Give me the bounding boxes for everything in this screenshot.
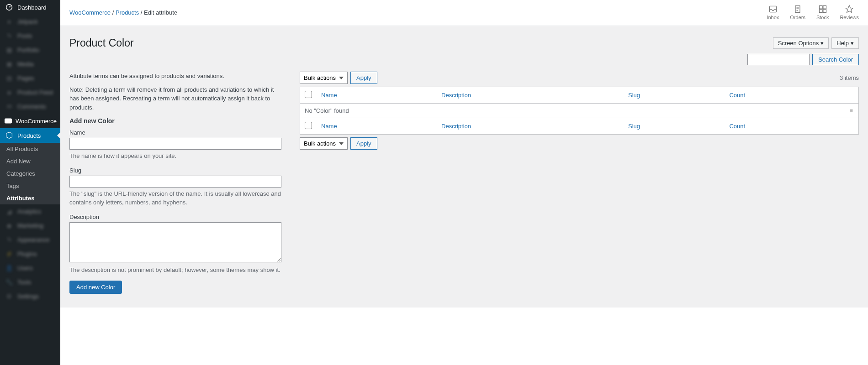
name-help: The name is how it appears on your site. (69, 151, 281, 161)
sidebar-item-blurred[interactable]: ✎Appearance (0, 233, 60, 247)
bulk-actions-select-bottom[interactable]: Bulk actions (300, 137, 348, 150)
sidebar-item-blurred[interactable]: ▤Pages (0, 71, 60, 85)
sidebar-item-blurred[interactable]: ▦Portfolio (0, 43, 60, 57)
col-description-foot[interactable]: Description (441, 123, 471, 130)
description-help: The description is not prominent by defa… (69, 266, 281, 275)
breadcrumb-woocommerce[interactable]: WooCommerce (69, 9, 111, 16)
search-button[interactable]: Search Color (812, 54, 859, 65)
woocommerce-icon (5, 117, 12, 125)
col-count[interactable]: Count (729, 92, 745, 99)
screen-options-button[interactable]: Screen Options ▾ (773, 37, 829, 49)
sidebar-item-blurred[interactable]: ⚙Settings (0, 289, 60, 303)
item-count: 3 items (840, 74, 859, 81)
sidebar-item-blurred[interactable]: 🔧Tools (0, 275, 60, 289)
submenu-all-products[interactable]: All Products (0, 143, 60, 155)
svg-rect-4 (823, 6, 826, 9)
breadcrumb-products[interactable]: Products (116, 9, 139, 16)
sidebar-item-dashboard[interactable]: Dashboard (0, 0, 60, 15)
intro-text-1: Attribute terms can be assigned to produ… (69, 72, 281, 81)
add-new-color-button[interactable]: Add new Color (69, 281, 122, 294)
slug-input[interactable] (69, 176, 281, 188)
svg-rect-3 (819, 6, 822, 9)
col-count-foot[interactable]: Count (729, 123, 745, 130)
terms-table: Name Description Slug Count No "Color" f… (300, 87, 859, 135)
sidebar-item-blurred[interactable]: ◆Marketing (0, 219, 60, 233)
stock-icon (818, 5, 827, 14)
submenu-categories[interactable]: Categories (0, 167, 60, 180)
breadcrumb: WooCommerce / Products / Edit attribute (69, 9, 177, 16)
submenu-attributes[interactable]: Attributes (0, 192, 60, 204)
top-stock[interactable]: Stock (816, 5, 829, 20)
svg-rect-5 (819, 10, 822, 13)
col-slug-foot[interactable]: Slug (628, 123, 640, 130)
col-name[interactable]: Name (321, 92, 337, 99)
sidebar-item-woocommerce[interactable]: WooCommerce (0, 114, 60, 128)
reviews-icon (845, 5, 854, 14)
sidebar-item-blurred[interactable]: ✉Comments (0, 99, 60, 114)
sidebar-item-blurred[interactable]: ✎Posts (0, 29, 60, 43)
svg-rect-6 (823, 10, 826, 13)
select-all-top[interactable] (305, 91, 312, 98)
chevron-down-icon: ▾ (820, 40, 824, 47)
chevron-down-icon: ▾ (851, 40, 854, 47)
col-slug[interactable]: Slug (628, 92, 640, 99)
slug-label: Slug (69, 167, 281, 174)
sidebar-label-dashboard: Dashboard (17, 4, 47, 11)
description-label: Description (69, 214, 281, 220)
sidebar-label-products: Products (17, 132, 41, 139)
sidebar-item-blurred[interactable]: ▣Media (0, 57, 60, 71)
sidebar-item-blurred[interactable]: ⚡Plugins (0, 247, 60, 261)
top-inbox[interactable]: Inbox (767, 5, 779, 20)
orders-icon (793, 5, 802, 14)
sidebar-item-blurred[interactable]: ◢Analytics (0, 204, 60, 219)
submenu-tags[interactable]: Tags (0, 180, 60, 192)
form-heading: Add new Color (69, 117, 281, 125)
submenu-add-new[interactable]: Add New (0, 155, 60, 167)
sidebar-item-blurred[interactable]: ◈Product Feed (0, 85, 60, 99)
sidebar-item-blurred[interactable]: 👤Users (0, 261, 60, 275)
products-icon (5, 132, 14, 139)
inbox-icon (768, 5, 778, 14)
reorder-icon: ≡ (850, 107, 853, 114)
sidebar-item-blurred[interactable]: ●Jetpack (0, 15, 60, 29)
bulk-actions-select-top[interactable]: Bulk actions (300, 72, 348, 84)
page-title: Product Color (69, 37, 134, 49)
apply-button-top[interactable]: Apply (350, 72, 377, 84)
svg-rect-1 (5, 118, 12, 123)
name-label: Name (69, 129, 281, 136)
sidebar-label-woocommerce: WooCommerce (16, 118, 57, 125)
slug-help: The "slug" is the URL-friendly version o… (69, 189, 281, 207)
no-items-row: No "Color" found (300, 104, 845, 118)
svg-rect-2 (769, 6, 776, 12)
apply-button-bottom[interactable]: Apply (350, 137, 377, 150)
select-all-bottom[interactable] (305, 122, 312, 129)
sidebar-item-products[interactable]: Products (0, 128, 60, 143)
dashboard-icon (5, 4, 14, 11)
help-button[interactable]: Help ▾ (831, 37, 859, 49)
col-name-foot[interactable]: Name (321, 123, 337, 130)
intro-text-2: Note: Deleting a term will remove it fro… (69, 85, 281, 112)
top-reviews[interactable]: Reviews (840, 5, 859, 20)
name-input[interactable] (69, 138, 281, 150)
col-description[interactable]: Description (441, 92, 471, 99)
breadcrumb-current: Edit attribute (144, 9, 177, 16)
top-orders[interactable]: Orders (790, 5, 805, 20)
search-input[interactable] (747, 54, 810, 65)
description-textarea[interactable] (69, 222, 281, 262)
